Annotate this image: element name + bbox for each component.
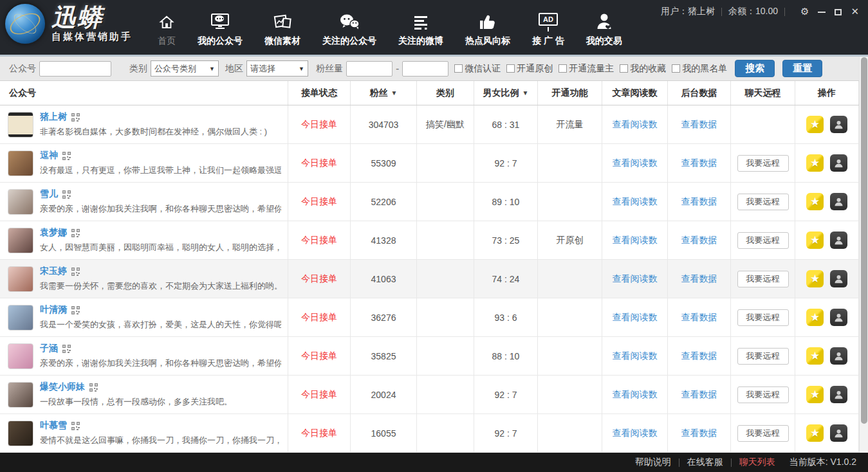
order-status: 今日接单 [301,158,337,169]
favorite-star-icon[interactable]: ★ [806,424,824,442]
ad-board-icon: AD [539,12,558,31]
remote-cell [731,105,795,143]
scrollbar-thumb[interactable] [861,57,867,424]
account-name-link[interactable]: 爆笑小师妹 [40,381,85,393]
favorite-star-icon[interactable]: ★ [806,231,824,249]
checkbox-my-favorites[interactable]: 我的收藏 [620,63,666,75]
account-name-link[interactable]: 雪儿 [40,188,58,200]
view-reads-link[interactable]: 查看阅读数 [613,428,658,439]
account-name-link[interactable]: 宋玉婷 [40,266,67,277]
reset-button[interactable]: 重置 [782,60,822,77]
view-reads-link[interactable]: 查看阅读数 [613,158,658,169]
nav-hot-trends[interactable]: 热点风向标 [454,0,521,55]
nav-my-trades[interactable]: 我的交易 [575,0,633,55]
nav-take-ads[interactable]: AD 接 广 告 [521,0,575,55]
qrcode-icon[interactable] [89,383,98,392]
fans-max-input[interactable] [402,61,448,77]
remote-button[interactable]: 我要远程 [737,348,789,365]
account-description: 非著名影视自媒体，大多数时间都在发神经，偶尔做回人类 : ) [40,126,281,138]
view-data-link[interactable]: 查看数据 [681,428,717,439]
account-name-link[interactable]: 子涵 [40,343,58,354]
search-button[interactable]: 搜索 [735,60,775,77]
settings-gear-icon[interactable]: ⚙ [800,6,809,17]
qrcode-icon[interactable] [62,345,71,353]
remote-button[interactable]: 我要远程 [737,194,789,210]
remote-button[interactable]: 我要远程 [737,309,789,326]
account-name-link[interactable]: 叶清漪 [40,304,67,316]
qrcode-icon[interactable] [71,113,80,122]
nav-home[interactable]: 首页 [147,0,187,55]
remote-button[interactable]: 我要远程 [737,386,789,403]
qrcode-icon[interactable] [71,229,80,237]
qrcode-icon[interactable] [71,268,80,276]
account-name-link[interactable]: 袁梦娜 [40,227,67,239]
region-select[interactable]: 请选择▼ [246,60,308,77]
contact-person-icon[interactable] [830,309,847,326]
view-data-link[interactable]: 查看数据 [681,389,717,401]
remote-button[interactable]: 我要远程 [737,271,789,287]
contact-person-icon[interactable] [830,193,847,210]
view-reads-link[interactable]: 查看阅读数 [613,119,658,131]
view-reads-link[interactable]: 查看阅读数 [613,312,658,323]
account-search-input[interactable] [39,61,111,77]
nav-followed-accounts[interactable]: 关注的公众号 [311,0,387,55]
qrcode-icon[interactable] [62,190,71,199]
view-data-link[interactable]: 查看数据 [681,312,717,323]
contact-person-icon[interactable] [830,347,847,365]
view-data-link[interactable]: 查看数据 [681,235,717,246]
qrcode-icon[interactable] [71,306,80,314]
favorite-star-icon[interactable]: ★ [806,270,824,287]
view-data-link[interactable]: 查看数据 [681,119,717,131]
maximize-button[interactable] [835,6,842,17]
contact-person-icon[interactable] [830,231,847,249]
checkbox-my-blacklist[interactable]: 我的黑名单 [672,63,727,75]
favorite-star-icon[interactable]: ★ [806,193,824,210]
online-service-link[interactable]: 在线客服 [687,457,723,468]
nav-my-accounts[interactable]: 我的公众号 [187,0,254,55]
view-reads-link[interactable]: 查看阅读数 [613,389,658,401]
view-data-link[interactable]: 查看数据 [681,273,717,285]
view-reads-link[interactable]: 查看阅读数 [613,196,658,208]
view-reads-link[interactable]: 查看阅读数 [613,350,658,362]
fans-min-input[interactable] [346,61,392,77]
qrcode-icon[interactable] [62,152,71,160]
chat-list-link[interactable]: 聊天列表 [739,457,775,468]
view-data-link[interactable]: 查看数据 [681,350,717,362]
fans-count: 304703 [351,105,417,143]
checkbox-icon [559,64,567,73]
contact-person-icon[interactable] [830,154,847,172]
favorite-star-icon[interactable]: ★ [806,386,824,403]
contact-person-icon[interactable] [830,116,847,133]
features: 开原创 [538,221,602,259]
app-logo: 迅蟒 自媒体营销助手 [5,4,133,44]
header-gender-ratio-sortable[interactable]: 男女比例▼ [474,81,538,105]
remote-button[interactable]: 我要远程 [737,425,789,442]
contact-person-icon[interactable] [830,270,847,287]
help-link[interactable]: 帮助说明 [635,457,671,468]
view-data-link[interactable]: 查看数据 [681,196,717,208]
favorite-star-icon[interactable]: ★ [806,154,824,172]
category-select[interactable]: 公众号类别▼ [151,60,219,77]
view-reads-link[interactable]: 查看阅读数 [613,235,658,246]
checkbox-wechat-verified[interactable]: 微信认证 [454,63,501,75]
account-name-link[interactable]: 叶慕雪 [40,420,67,431]
contact-person-icon[interactable] [830,424,847,442]
favorite-star-icon[interactable]: ★ [806,116,824,133]
view-reads-link[interactable]: 查看阅读数 [613,273,658,285]
remote-button[interactable]: 我要远程 [737,232,789,249]
account-name-link[interactable]: 猪上树 [40,111,67,123]
favorite-star-icon[interactable]: ★ [806,309,824,326]
minimize-button[interactable] [818,6,826,17]
nav-wechat-material[interactable]: 微信素材 [254,0,311,55]
checkbox-original-enabled[interactable]: 开通原创 [506,63,553,75]
view-data-link[interactable]: 查看数据 [681,158,717,169]
header-fans-sortable[interactable]: 粉丝▼ [351,81,417,105]
contact-person-icon[interactable] [830,386,847,403]
nav-followed-weibo[interactable]: 关注的微博 [387,0,454,55]
close-button[interactable]: ✕ [851,6,859,17]
account-name-link[interactable]: 逗神 [40,150,58,161]
checkbox-traffic-enabled[interactable]: 开通流量主 [559,63,614,75]
remote-button[interactable]: 我要远程 [737,155,789,172]
favorite-star-icon[interactable]: ★ [806,347,824,365]
qrcode-icon[interactable] [71,422,80,430]
